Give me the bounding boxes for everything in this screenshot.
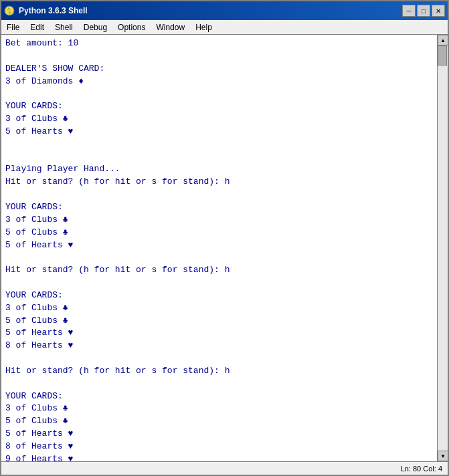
main-window: 🐍 Python 3.6.3 Shell ─ □ ✕ File Edit She… (0, 0, 449, 476)
menu-options[interactable]: Options (112, 21, 151, 33)
menu-edit[interactable]: Edit (25, 21, 50, 33)
terminal-output[interactable]: Bet amount: 10 DEALER'S SHOW CARD: 3 of … (1, 35, 437, 461)
scroll-thumb[interactable] (438, 45, 447, 66)
title-bar: 🐍 Python 3.6.3 Shell ─ □ ✕ (1, 1, 448, 20)
scrollbar: ▲ ▼ (437, 35, 448, 461)
menu-file[interactable]: File (1, 21, 25, 33)
menu-help[interactable]: Help (190, 21, 217, 33)
window-title: Python 3.6.3 Shell (19, 6, 88, 15)
close-button[interactable]: ✕ (432, 5, 445, 17)
title-bar-buttons: ─ □ ✕ (402, 5, 445, 17)
scroll-up-button[interactable]: ▲ (438, 35, 448, 45)
minimize-button[interactable]: ─ (402, 5, 416, 17)
scroll-down-button[interactable]: ▼ (438, 451, 448, 461)
menu-debug[interactable]: Debug (78, 21, 112, 33)
svg-text:🐍: 🐍 (6, 7, 14, 15)
menu-bar: File Edit Shell Debug Options Window Hel… (1, 20, 448, 35)
scroll-track[interactable] (438, 45, 448, 451)
title-bar-left: 🐍 Python 3.6.3 Shell (4, 5, 88, 16)
status-bar: Ln: 80 Col: 4 (1, 461, 448, 475)
menu-shell[interactable]: Shell (50, 21, 78, 33)
content-area: Bet amount: 10 DEALER'S SHOW CARD: 3 of … (1, 35, 448, 461)
menu-window[interactable]: Window (151, 21, 190, 33)
python-icon: 🐍 (4, 5, 15, 16)
maximize-button[interactable]: □ (417, 5, 430, 17)
cursor-position: Ln: 80 Col: 4 (401, 465, 442, 473)
